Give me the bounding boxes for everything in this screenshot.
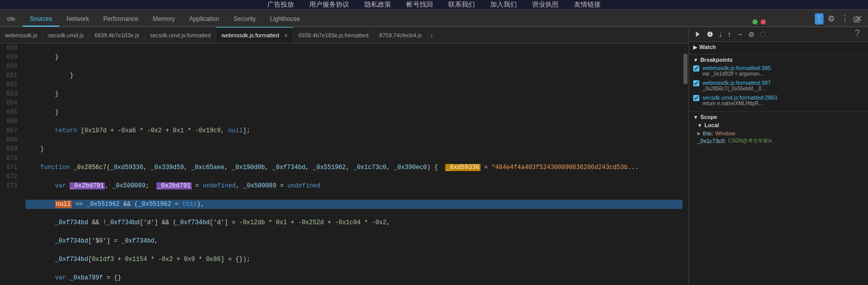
devtools-controls: 1 ⚙ ⋮ ✕ — [815, 13, 868, 27]
nav-link-6[interactable]: 加入我们 — [490, 0, 517, 9]
watch-header[interactable]: ▶ Watch — [693, 44, 864, 50]
breakpoints-label: Breakpoints — [700, 57, 733, 63]
watch-label: Watch — [699, 44, 716, 50]
tab-security[interactable]: Security — [226, 12, 263, 27]
scope-this-key: this: — [703, 130, 713, 136]
file-tab-8759[interactable]: 8759.74cfecb4.js — [374, 27, 427, 43]
breakpoint-text-2: webmssdk.js:formatted:387 _0x2856c7(_0x5… — [702, 80, 771, 91]
pause-on-exceptions-button[interactable]: ⬡ — [758, 29, 768, 39]
code-line-668: _0xf734bd['$0'] = _0xf734bd, — [26, 236, 682, 246]
settings-icon[interactable]: ⚙ — [826, 13, 837, 25]
deactivate-breakpoints-button[interactable]: ⊘ — [746, 29, 757, 39]
close-tab-icon[interactable]: ✕ — [284, 33, 288, 38]
local-arrow-icon: ▼ — [697, 123, 702, 128]
browser-dots — [752, 19, 766, 25]
scrollbar-thumb[interactable] — [683, 54, 688, 84]
file-tab-6939-fmt[interactable]: 6939.4b7e183e.js:formatted — [293, 27, 374, 43]
tab-memory[interactable]: Memory — [146, 12, 182, 27]
this-arrow-icon: ▶ — [697, 131, 701, 136]
code-line-658: } — [26, 53, 682, 62]
step-button[interactable]: → — [734, 29, 745, 39]
breakpoint-file-3[interactable]: secsdk.umd.js:formatted:2863 — [702, 94, 778, 101]
scope-header[interactable]: ▼ Scope — [693, 114, 864, 120]
scope-this: ▶ this: Window — [697, 130, 864, 136]
scope-label: Scope — [700, 114, 717, 120]
breakpoints-header[interactable]: ▼ Breakpoints — [693, 57, 864, 63]
scope-var1: _0x1c73c0: CSDN@考古学家ix — [697, 137, 864, 145]
breakpoint-item-1: webmssdk.js:formatted:385 var _0x1d81ff … — [693, 65, 864, 77]
code-line-667: _0xf734bd && !_0xf734bd['d'] && (_0xf734… — [26, 218, 682, 227]
tab-application[interactable]: Application — [182, 12, 226, 27]
breakpoint-checkbox-3[interactable] — [693, 95, 699, 101]
code-line-666: null == _0x551962 && (_0x551962 = this), — [26, 200, 682, 209]
file-tab-label: secsdk.umd.js:formatted — [150, 32, 211, 38]
code-line-662: return [0x187d + -0xa6 * -0x2 + 0x1 * -0… — [26, 126, 682, 135]
code-text: } } } } return [0x187d + -0xa6 * -0x2 + … — [21, 43, 682, 285]
file-tab-label: webmssdk.js — [5, 32, 37, 38]
dot-green — [752, 19, 758, 25]
code-editor: 658 659 660 661 662 663 664 665 666 667 … — [0, 43, 689, 285]
breakpoint-file-2[interactable]: webmssdk.js:formatted:387 — [702, 80, 771, 86]
notification-badge: 1 — [815, 13, 824, 25]
nav-link-7[interactable]: 营业执照 — [532, 0, 559, 9]
tabs-scroll-right[interactable]: › — [427, 27, 436, 43]
resume-button[interactable] — [692, 30, 703, 39]
scope-this-val: Window — [715, 130, 735, 136]
debugger-toolbar: ↓ ↑ → ⊘ ⬡ — [689, 27, 868, 42]
tab-network[interactable]: Network — [59, 12, 96, 27]
file-tab-label: 8759.74cfecb4.js — [379, 32, 422, 38]
breakpoints-arrow-icon: ▼ — [693, 57, 698, 63]
nav-link-1[interactable]: 广告投放 — [267, 0, 294, 9]
tab-performance[interactable]: Performance — [96, 12, 146, 27]
scrollbar[interactable] — [682, 43, 689, 285]
file-tab-label: 6939.4b7e183e.js — [95, 32, 139, 38]
devtools-tab-bar: ole Sources Network Performance Memory A… — [0, 10, 868, 27]
scope-section: ▼ Scope ▼ Local ▶ this: Window _0x1c73c0… — [689, 112, 868, 148]
debugger-panel: ↓ ↑ → ⊘ ⬡ ▶ Watch ▼ Breakpoints — [689, 27, 868, 285]
file-tab-6939[interactable]: 6939.4b7e183e.js — [89, 27, 145, 43]
tab-lighthouse[interactable]: Lighthouse — [263, 12, 307, 27]
breakpoint-item-3: secsdk.umd.js:formatted:2863 return e.na… — [693, 94, 864, 106]
more-icon[interactable]: ⋮ — [839, 13, 851, 25]
tab-sources[interactable]: Sources — [22, 12, 59, 27]
local-scope-header[interactable]: ▼ Local — [697, 122, 864, 128]
scope-var1-key: _0x1c73c0: — [697, 138, 726, 144]
scope-local: ▼ Local ▶ this: Window _0x1c73c0: CSDN@考… — [697, 122, 864, 145]
step-out-button[interactable]: ↑ — [725, 29, 733, 39]
code-line-665: var _0x2bd791, _0x500089; _0x2bd791 = un… — [26, 181, 682, 191]
file-tab-bar: webmssdk.js secsdk.umd.js 6939.4b7e183e.… — [0, 27, 689, 43]
tab-ole[interactable]: ole — [0, 12, 22, 27]
breakpoint-item-2: webmssdk.js:formatted:387 _0x2856c7(_0x5… — [693, 80, 864, 91]
file-tab-label: 6939.4b7e183e.js:formatted — [299, 32, 369, 38]
devtools-panel: ole Sources Network Performance Memory A… — [0, 9, 868, 285]
breakpoint-text-3: secsdk.umd.js:formatted:2863 return e.na… — [702, 94, 778, 106]
devtools-main: webmssdk.js secsdk.umd.js 6939.4b7e183e.… — [0, 27, 868, 285]
breakpoint-file-1[interactable]: webmssdk.js:formatted:385 — [702, 65, 771, 71]
code-line-663: } — [26, 145, 682, 154]
file-tab-webmssdk-fmt[interactable]: webmssdk.js:formatted ✕ — [216, 27, 293, 43]
code-line-660: } — [26, 89, 682, 99]
website-nav: 广告投放 用户服务协议 隐私政策 帐号找回 联系我们 加入我们 营业执照 友情链… — [0, 0, 868, 9]
breakpoint-code-3: return e.nativeXMLHttpR... — [702, 101, 778, 106]
breakpoints-section: ▼ Breakpoints webmssdk.js:formatted:385 … — [689, 55, 868, 112]
scope-arrow-icon: ▼ — [693, 114, 698, 120]
step-into-button[interactable]: ↓ — [717, 29, 724, 39]
breakpoint-checkbox-1[interactable] — [693, 65, 699, 72]
nav-link-5[interactable]: 联系我们 — [448, 0, 475, 9]
code-line-664: function _0x2856c7(_0xd59336, _0x339d59,… — [26, 163, 682, 172]
nav-link-8[interactable]: 友情链接 — [574, 0, 601, 9]
code-line-670: var _0xba789f = {} — [26, 273, 682, 282]
dot-red — [761, 19, 766, 25]
breakpoint-checkbox-2[interactable] — [693, 80, 699, 86]
code-line-659: } — [26, 71, 682, 80]
code-panel: webmssdk.js secsdk.umd.js 6939.4b7e183e.… — [0, 27, 689, 285]
file-tab-webmssdk[interactable]: webmssdk.js — [0, 27, 43, 43]
file-tab-secsdk-fmt[interactable]: secsdk.umd.js:formatted — [145, 27, 216, 43]
help-icon: ? — [855, 28, 860, 39]
file-tab-secsdk[interactable]: secsdk.umd.js — [43, 27, 89, 43]
watch-section: ▶ Watch — [689, 42, 868, 55]
nav-link-4[interactable]: 帐号找回 — [406, 0, 433, 9]
nav-link-2[interactable]: 用户服务协议 — [309, 0, 349, 9]
step-over-button[interactable] — [704, 30, 716, 39]
nav-link-3[interactable]: 隐私政策 — [364, 0, 391, 9]
